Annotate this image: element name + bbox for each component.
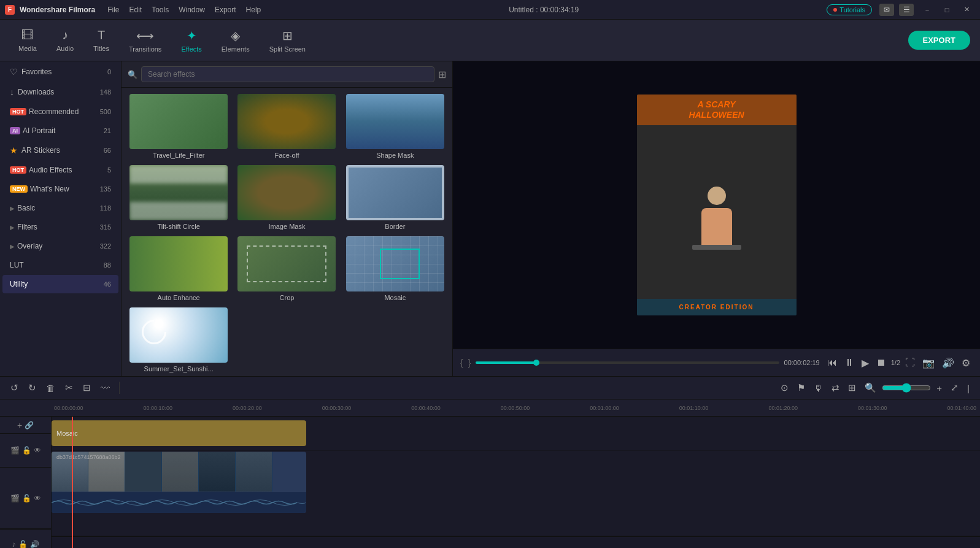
voice-button[interactable]: 🎙 (811, 381, 826, 395)
close-button[interactable]: ✕ (958, 4, 975, 16)
rewind-button[interactable]: ⏮ (825, 356, 839, 369)
mosaic-clip[interactable]: Mosaic (52, 420, 306, 446)
time-display: 00:00:02:19 (784, 359, 820, 366)
maximize-button[interactable]: □ (938, 4, 955, 16)
audio-lock-button[interactable]: 🔓 (18, 540, 28, 548)
sidebar-item-whats-new[interactable]: NEW What's New 135 (2, 180, 118, 198)
toolbar-split-screen[interactable]: ⊞ Split Screen (261, 25, 314, 56)
effect-travel-life-filter[interactable]: Travel_Life_Filter (125, 91, 232, 161)
menu-tools[interactable]: Tools (152, 6, 169, 14)
menu-edit[interactable]: Edit (129, 6, 142, 14)
effect-tilt-shift[interactable]: Tilt-shift Circle (125, 163, 232, 233)
marker-button[interactable]: ⚑ (794, 380, 808, 395)
overlay-label: Overlay (17, 242, 100, 250)
tutorials-button[interactable]: Tutorials (827, 4, 872, 15)
add-track-button[interactable]: + (17, 420, 22, 430)
effect-shape-mask[interactable]: Shape Mask (342, 91, 449, 161)
audio-adjust-button[interactable]: ⊟ (80, 380, 94, 395)
fullscreen-button[interactable]: ⛶ (903, 356, 917, 369)
sidebar-item-overlay[interactable]: ▶ Overlay 322 (2, 237, 118, 255)
sidebar-item-utility[interactable]: Utility 46 (2, 275, 118, 293)
volume-button[interactable]: 🔊 (939, 356, 957, 370)
effect-label-imagemask: Image Mask (269, 223, 306, 230)
track-eye-button[interactable]: 👁 (34, 446, 41, 455)
effect-auto-enhance[interactable]: Auto Enhance (125, 234, 232, 304)
zoom-out-button[interactable]: 🔍 (862, 380, 879, 395)
ai-portrait-count: 21 (104, 127, 111, 134)
progress-thumb (533, 360, 539, 366)
effect-mosaic[interactable]: Mosaic (342, 234, 449, 304)
settings-button[interactable]: ☰ (899, 4, 914, 16)
basic-label: Basic (17, 204, 100, 212)
play-button[interactable]: ▶ (859, 356, 871, 370)
toolbar-elements[interactable]: ◈ Elements (213, 25, 258, 56)
audio-icon: ♪ (62, 28, 68, 42)
collapse-button[interactable]: | (964, 381, 973, 395)
grid-button[interactable]: ⊞ (845, 380, 859, 395)
sidebar-item-recommended[interactable]: HOT Recommended 500 (2, 102, 118, 121)
track-lock-button-2[interactable]: 🔓 (22, 494, 31, 503)
search-input[interactable] (141, 66, 434, 82)
snap-button[interactable]: ⊙ (777, 380, 792, 395)
effect-summer-set[interactable]: Summer_Set_Sunshi... (125, 305, 232, 375)
grid-view-icon[interactable]: ⊞ (438, 69, 446, 80)
sidebar-item-audio-effects[interactable]: HOT Audio Effects 5 (2, 161, 118, 179)
menu-window[interactable]: Window (179, 6, 205, 14)
sidebar-item-ai-portrait[interactable]: AI AI Portrait 21 (2, 122, 118, 140)
sidebar-item-lut[interactable]: LUT 88 (2, 256, 118, 274)
messages-button[interactable]: ✉ (879, 4, 894, 16)
toolbar-titles[interactable]: T Titles (85, 25, 118, 56)
toolbar-transitions[interactable]: ⟷ Transitions (120, 25, 170, 56)
toolbar-effects[interactable]: ✦ Effects (172, 25, 210, 56)
sidebar-item-ar-stickers[interactable]: ★ AR Stickers 66 (2, 141, 118, 160)
track-eye-button-2[interactable]: 👁 (34, 494, 41, 503)
link-track-button[interactable]: 🔗 (25, 421, 34, 430)
zoom-slider[interactable] (882, 383, 931, 393)
sidebar-item-basic[interactable]: ▶ Basic 118 (2, 199, 118, 217)
track-video-icon[interactable]: 🎬 (10, 446, 20, 455)
effect-border[interactable]: Border (342, 163, 449, 233)
recommended-label: Recommended (29, 107, 100, 116)
play-pause-button[interactable]: ⏸ (842, 356, 857, 369)
export-button[interactable]: EXPORT (908, 31, 970, 50)
delete-button[interactable]: 🗑 (43, 381, 58, 395)
effect-face-off[interactable]: Face-off (233, 91, 340, 161)
effect-image-mask[interactable]: Image Mask (233, 163, 340, 233)
redo-button[interactable]: ↻ (25, 380, 39, 395)
audio-volume-button[interactable]: 🔊 (30, 540, 39, 548)
effect-crop[interactable]: Crop (233, 234, 340, 304)
settings-extra-button[interactable]: ⚙ (959, 356, 973, 370)
person-body (701, 208, 732, 245)
toolbar-audio[interactable]: ♪ Audio (48, 25, 82, 56)
ruler-marks: 00:00:00:00 00:00:10:00 00:00:20:00 00:0… (52, 405, 980, 411)
bracket-start-button[interactable]: { (460, 358, 463, 368)
bracket-end-button[interactable]: } (468, 358, 471, 368)
track-video-icon-2[interactable]: 🎬 (10, 494, 20, 503)
timeline-tracks-body: Mosaic (52, 417, 980, 548)
minimize-button[interactable]: − (919, 4, 936, 16)
adjust-button[interactable]: ⇄ (828, 380, 843, 395)
window-controls: − □ ✕ (919, 4, 975, 16)
menu-export[interactable]: Export (215, 6, 236, 14)
menu-file[interactable]: File (107, 6, 119, 14)
progress-bar[interactable] (476, 361, 779, 364)
preview-panel: A SCARYHALLOWEEN CREATOR EDITION { } (453, 61, 980, 376)
snapshot-button[interactable]: 📷 (920, 356, 937, 370)
cut-button[interactable]: ✂ (62, 380, 76, 395)
sidebar-item-filters[interactable]: ▶ Filters 315 (2, 218, 118, 236)
sidebar-item-favorites[interactable]: ♡ Favorites 0 (2, 62, 118, 82)
waveform-button[interactable]: 〰 (98, 381, 113, 395)
ai-badge: AI (10, 127, 20, 134)
fit-button[interactable]: ⤢ (947, 380, 962, 395)
sidebar-item-downloads[interactable]: ↓ Downloads 148 (2, 82, 118, 102)
zoom-in-button[interactable]: + (933, 381, 945, 395)
track-lock-button[interactable]: 🔓 (22, 446, 31, 455)
menu-help[interactable]: Help (246, 6, 261, 14)
audio-track-icon[interactable]: ♪ (12, 540, 16, 548)
stop-button[interactable]: ⏹ (874, 356, 889, 369)
effect-thumb-shapemask (346, 94, 444, 149)
effect-thumb-faceoff (237, 94, 336, 149)
toolbar-media[interactable]: 🎞 Media (10, 25, 45, 56)
audio-waveform (52, 492, 306, 513)
undo-button[interactable]: ↺ (7, 380, 21, 395)
